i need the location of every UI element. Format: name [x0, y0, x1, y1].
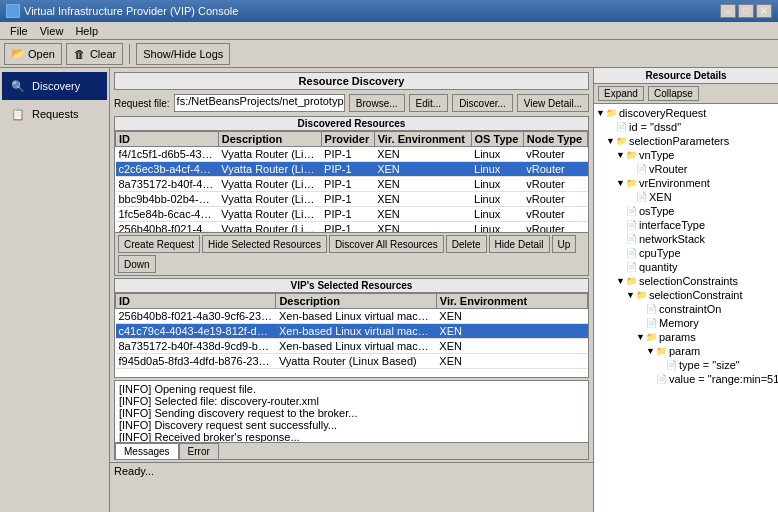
tree-node-label: Memory	[659, 317, 699, 329]
tree-node[interactable]: 📄value = "range:min=512...	[596, 372, 776, 386]
table-row[interactable]: 8a735172-b40f-4380-9cd9...Vyatta Router …	[116, 177, 588, 192]
tree-node-label: interfaceType	[639, 219, 705, 231]
request-file-input[interactable]: fs:/NetBeansProjects/net_prototype/proto…	[174, 94, 345, 112]
browse-button[interactable]: Browse...	[349, 94, 405, 112]
open-button[interactable]: 📂 Open	[4, 43, 62, 65]
tree-node[interactable]: 📄networkStack	[596, 232, 776, 246]
status-text: Ready...	[114, 465, 154, 477]
resource-details-header: Resource Details	[594, 68, 778, 84]
log-content[interactable]: [INFO] Opening request file.[INFO] Selec…	[115, 381, 588, 442]
down-button[interactable]: Down	[118, 255, 156, 273]
tree-node-label: constraintOn	[659, 303, 721, 315]
discover-all-button[interactable]: Discover All Resources	[329, 235, 444, 253]
tree-content[interactable]: ▼📁discoveryRequest 📄id = "dssd"▼📁selecti…	[594, 104, 778, 512]
tree-node-label: param	[669, 345, 700, 357]
selected-table-scroll[interactable]: ID Description Vir. Environment 256b40b8…	[115, 293, 588, 377]
collapse-button[interactable]: Collapse	[648, 86, 699, 101]
menu-help[interactable]: Help	[69, 23, 104, 39]
tree-node[interactable]: 📄id = "dssd"	[596, 120, 776, 134]
tree-node-label: discoveryRequest	[619, 107, 706, 119]
tree-toggle-icon: ▼	[606, 136, 616, 146]
app-icon	[6, 4, 20, 18]
sidebar-item-requests[interactable]: 📋 Requests	[2, 100, 107, 128]
tree-node-label: selectionConstraint	[649, 289, 743, 301]
discovery-icon: 🔍	[8, 76, 28, 96]
tree-node[interactable]: ▼📁selectionConstraint	[596, 288, 776, 302]
tree-node-label: vRouter	[649, 163, 688, 175]
menu-view[interactable]: View	[34, 23, 70, 39]
tree-node[interactable]: ▼📁discoveryRequest	[596, 106, 776, 120]
minimize-button[interactable]: −	[720, 4, 736, 18]
tree-node[interactable]: ▼📁vrEnvironment	[596, 176, 776, 190]
table-row[interactable]: 1fc5e84b-6cac-47c1-96b5-2...Vyatta Route…	[116, 207, 588, 222]
discovered-resources-header: Discovered Resources	[115, 117, 588, 131]
up-button[interactable]: Up	[552, 235, 577, 253]
close-button[interactable]: ✕	[756, 4, 772, 18]
tree-node-label: params	[659, 331, 696, 343]
table-row[interactable]: 8a735172-b40f-438d-9cd9-b76529cfbae28Xen…	[116, 339, 588, 354]
tree-node[interactable]: ▼📁selectionParameters	[596, 134, 776, 148]
sel-col-id: ID	[116, 294, 276, 309]
file-icon: 📄	[636, 164, 647, 174]
folder-icon: 📁	[606, 108, 617, 118]
tree-node[interactable]: 📄Memory	[596, 316, 776, 330]
table-row[interactable]: f4/1c5f1-d6b5-4325-8073-3...Vyatta Route…	[116, 147, 588, 162]
tree-node[interactable]: 📄XEN	[596, 190, 776, 204]
edit-button[interactable]: Edit...	[409, 94, 449, 112]
file-icon: 📄	[626, 234, 637, 244]
tree-node[interactable]: 📄vRouter	[596, 162, 776, 176]
table-row[interactable]: f945d0a5-8fd3-4dfd-b876-234b983afb2b8Vya…	[116, 354, 588, 369]
clear-button[interactable]: 🗑 Clear	[66, 43, 123, 65]
create-request-button[interactable]: Create Request	[118, 235, 200, 253]
resource-details-panel: Resource Details Expand Collapse ▼📁disco…	[593, 68, 778, 512]
sidebar-item-discovery[interactable]: 🔍 Discovery	[2, 72, 107, 100]
menu-bar: File View Help	[0, 22, 778, 40]
discover-button[interactable]: Discover...	[452, 94, 513, 112]
discovered-table-scroll[interactable]: ID Description Provider Vir. Environment…	[115, 131, 588, 232]
menu-file[interactable]: File	[4, 23, 34, 39]
expand-button[interactable]: Expand	[598, 86, 644, 101]
title-bar: Virtual Infrastructure Provider (VIP) Co…	[0, 0, 778, 22]
vip-selected-table: ID Description Vir. Environment 256b40b8…	[115, 293, 588, 369]
tree-node[interactable]: 📄quantity	[596, 260, 776, 274]
folder-icon: 📁	[646, 332, 657, 342]
table-row[interactable]: bbc9b4bb-02b4-4d49-b494...Vyatta Router …	[116, 192, 588, 207]
tree-node[interactable]: ▼📁params	[596, 330, 776, 344]
hide-selected-button[interactable]: Hide Selected Resources	[202, 235, 327, 253]
toolbar-separator	[129, 44, 130, 64]
table-row[interactable]: 256b40b8-f021-4a30-9cf6-235612e0d6eeXen-…	[116, 309, 588, 324]
tree-node-label: type = "size"	[679, 359, 740, 371]
tree-node[interactable]: 📄interfaceType	[596, 218, 776, 232]
table-row[interactable]: c41c79c4-4043-4e19-812f-d0042f15b384Xen-…	[116, 324, 588, 339]
sel-col-desc: Description	[276, 294, 436, 309]
tree-toggle-icon: ▼	[616, 150, 626, 160]
tree-node[interactable]: 📄constraintOn	[596, 302, 776, 316]
toolbar: 📂 Open 🗑 Clear Show/Hide Logs	[0, 40, 778, 68]
tree-node[interactable]: ▼📁vnType	[596, 148, 776, 162]
maximize-button[interactable]: □	[738, 4, 754, 18]
tree-node[interactable]: ▼📁selectionConstraints	[596, 274, 776, 288]
tree-node[interactable]: ▼📁param	[596, 344, 776, 358]
main-content: Resource Discovery Request file: fs:/Net…	[110, 68, 593, 512]
table-row[interactable]: 256b40b8-f021-4a30-9cf6-2...Vyatta Route…	[116, 222, 588, 233]
discovered-resources-table: ID Description Provider Vir. Environment…	[115, 131, 588, 232]
col-ostype: OS Type	[471, 132, 523, 147]
log-tab-error[interactable]: Error	[179, 443, 219, 459]
log-message: [INFO] Selected file: discovery-router.x…	[119, 395, 584, 407]
tree-node-label: selectionParameters	[629, 135, 729, 147]
view-detail-button[interactable]: View Detail...	[517, 94, 589, 112]
tree-node[interactable]: 📄type = "size"	[596, 358, 776, 372]
tree-node[interactable]: 📄cpuType	[596, 246, 776, 260]
tree-node[interactable]: 📄osType	[596, 204, 776, 218]
hide-detail-button[interactable]: Hide Detail	[489, 235, 550, 253]
log-message: [INFO] Sending discovery request to the …	[119, 407, 584, 419]
sidebar-discovery-label: Discovery	[32, 80, 80, 92]
log-area: [INFO] Opening request file.[INFO] Selec…	[114, 380, 589, 460]
table-row[interactable]: c2c6ec3b-a4cf-438f-a370-9...Vyatta Route…	[116, 162, 588, 177]
delete-button[interactable]: Delete	[446, 235, 487, 253]
col-id: ID	[116, 132, 219, 147]
log-tab-messages[interactable]: Messages	[115, 443, 179, 460]
tree-toggle-icon: ▼	[646, 346, 656, 356]
clear-icon: 🗑	[73, 47, 87, 61]
show-hide-logs-button[interactable]: Show/Hide Logs	[136, 43, 230, 65]
